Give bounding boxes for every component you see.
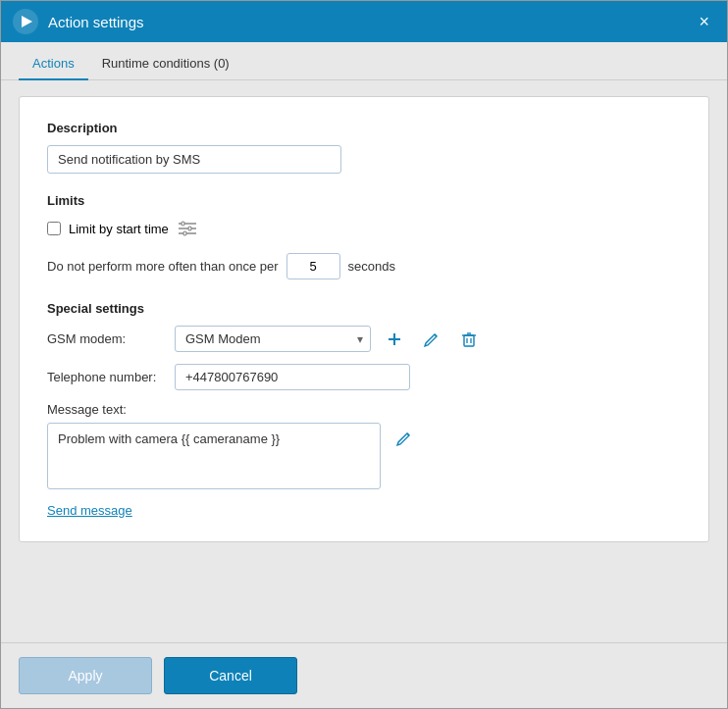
limits-label: Limits bbox=[47, 193, 681, 208]
gsm-modem-label: GSM modem: bbox=[47, 331, 165, 346]
description-label: Description bbox=[47, 121, 681, 135]
footer: Apply Cancel bbox=[1, 642, 727, 708]
app-logo-icon bbox=[13, 9, 38, 34]
edit-modem-button[interactable] bbox=[418, 328, 445, 351]
add-modem-button[interactable] bbox=[381, 328, 408, 351]
telephone-row: Telephone number: bbox=[47, 364, 681, 390]
apply-button[interactable]: Apply bbox=[19, 657, 152, 694]
delete-modem-button[interactable] bbox=[455, 328, 483, 351]
tab-runtime-conditions[interactable]: Runtime conditions (0) bbox=[88, 48, 243, 80]
edit-message-button[interactable] bbox=[390, 427, 418, 450]
limit-by-start-time-checkbox[interactable] bbox=[47, 222, 61, 235]
plus-icon bbox=[386, 330, 403, 348]
special-settings-section: Special settings GSM modem: GSM Modem ▾ bbox=[47, 301, 681, 518]
frequency-input[interactable] bbox=[286, 253, 340, 279]
telephone-label: Telephone number: bbox=[47, 370, 165, 384]
gsm-modem-select[interactable]: GSM Modem bbox=[175, 326, 371, 352]
frequency-row: Do not perform more often than once per … bbox=[47, 253, 681, 279]
svg-rect-10 bbox=[464, 335, 474, 346]
trash-icon bbox=[460, 330, 478, 348]
svg-rect-6 bbox=[188, 227, 191, 230]
limits-section: Limits Limit by start time bbox=[47, 193, 681, 279]
limit-by-start-time-row: Limit by start time bbox=[47, 218, 681, 239]
telephone-input[interactable] bbox=[175, 364, 410, 390]
settings-card: Description Limits Limit by start time bbox=[19, 96, 709, 542]
content-area: Description Limits Limit by start time bbox=[1, 80, 727, 642]
message-section: Message text: Problem with camera {{ cam… bbox=[47, 402, 681, 489]
limit-by-start-time-label: Limit by start time bbox=[69, 222, 169, 236]
send-message-link[interactable]: Send message bbox=[47, 503, 132, 518]
sliders-icon bbox=[177, 218, 198, 239]
frequency-text-1: Do not perform more often than once per bbox=[47, 259, 279, 274]
message-textarea[interactable]: Problem with camera {{ cameraname }} bbox=[47, 423, 381, 489]
dialog-title: Action settings bbox=[48, 14, 693, 30]
message-label: Message text: bbox=[47, 402, 681, 417]
description-input[interactable] bbox=[47, 145, 341, 174]
action-settings-dialog: Action settings × Actions Runtime condit… bbox=[0, 0, 728, 709]
tab-bar: Actions Runtime conditions (0) bbox=[1, 42, 727, 80]
close-button[interactable]: × bbox=[693, 9, 715, 34]
svg-rect-5 bbox=[182, 222, 184, 226]
message-row: Problem with camera {{ cameraname }} bbox=[47, 423, 681, 489]
svg-rect-7 bbox=[183, 231, 186, 235]
special-settings-label: Special settings bbox=[47, 301, 681, 316]
frequency-text-2: seconds bbox=[348, 259, 395, 274]
edit-message-icon bbox=[395, 430, 413, 447]
edit-icon bbox=[423, 330, 441, 348]
title-bar: Action settings × bbox=[1, 1, 727, 42]
tab-actions[interactable]: Actions bbox=[19, 48, 88, 80]
cancel-button[interactable]: Cancel bbox=[164, 657, 297, 694]
gsm-modem-select-wrap: GSM Modem ▾ bbox=[175, 326, 371, 352]
gsm-modem-row: GSM modem: GSM Modem ▾ bbox=[47, 326, 681, 352]
